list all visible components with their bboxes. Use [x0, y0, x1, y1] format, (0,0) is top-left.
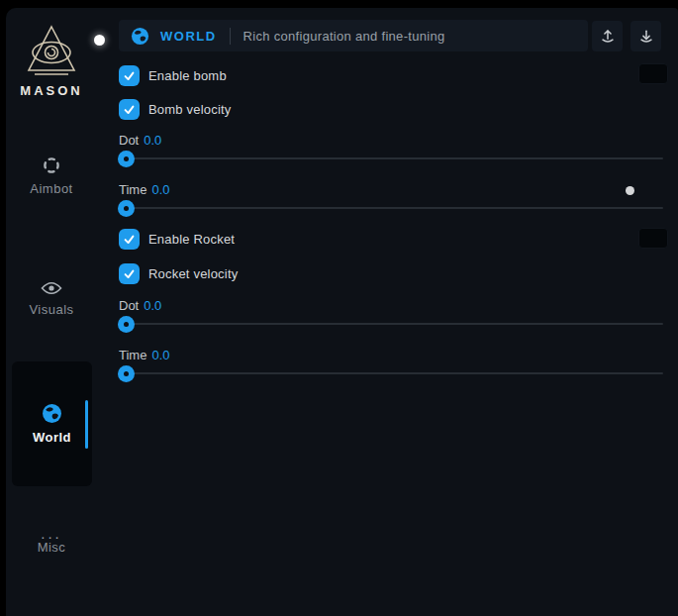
stray-dot [626, 186, 634, 195]
checkbox-label: Enable bomb [148, 68, 227, 83]
slider-label: Dot0.0 [119, 298, 161, 313]
checkbox-row: Enable bomb [119, 65, 227, 86]
cursor-dot [94, 35, 105, 46]
slider-label: Time0.0 [119, 182, 169, 197]
globe-icon [131, 27, 149, 46]
download-config-button[interactable] [630, 21, 661, 51]
screen: MASON Aimbot Visuals [0, 0, 678, 616]
sidebar: MASON Aimbot Visuals [6, 8, 119, 616]
time-slider-track[interactable] [119, 207, 663, 209]
page-header: WORLD Rich configuration and fine-tuning [119, 20, 588, 51]
crosshair-icon [42, 155, 61, 175]
eye-icon [41, 280, 62, 296]
time-slider-track[interactable] [119, 372, 663, 374]
globe-icon [42, 403, 62, 424]
app-logo [26, 24, 77, 79]
checkbox-label: Rocket velocity [148, 266, 238, 281]
time-slider-thumb[interactable] [118, 365, 135, 382]
slider-value: 0.0 [151, 348, 169, 362]
app-window: MASON Aimbot Visuals [6, 8, 678, 616]
check-icon [123, 233, 136, 246]
download-icon [637, 28, 655, 46]
time-slider-thumb[interactable] [118, 200, 135, 217]
slider-value: 0.0 [144, 298, 161, 313]
dot-slider-track[interactable] [119, 157, 663, 159]
page-subtitle: Rich configuration and fine-tuning [243, 29, 445, 44]
sidebar-item-misc[interactable]: ... Misc [10, 528, 93, 555]
sidebar-item-label: World [12, 430, 92, 445]
enable-bomb-checkbox[interactable] [119, 65, 140, 86]
dot-slider-thumb[interactable] [118, 316, 135, 333]
checkbox-row: Bomb velocity [119, 99, 232, 120]
checkbox-row: Rocket velocity [119, 263, 238, 284]
sidebar-item-label: Misc [10, 540, 93, 555]
app-title: MASON [8, 83, 95, 98]
sidebar-item-visuals[interactable]: Visuals [10, 280, 93, 317]
active-tab-indicator [85, 400, 88, 449]
slider-label: Time0.0 [119, 348, 169, 362]
upload-config-button[interactable] [592, 21, 623, 51]
upload-icon [599, 28, 617, 46]
checkbox-label: Enable Rocket [148, 232, 235, 247]
rocket-velocity-checkbox[interactable] [119, 263, 140, 284]
sidebar-item-world[interactable]: World [12, 361, 92, 486]
header-divider [230, 28, 231, 45]
sidebar-item-label: Visuals [10, 302, 93, 317]
rocket-color-swatch[interactable] [638, 228, 668, 249]
checkbox-label: Bomb velocity [148, 102, 232, 117]
slider-value: 0.0 [151, 182, 169, 197]
ellipsis-icon: ... [10, 528, 93, 540]
enable-rocket-checkbox[interactable] [119, 229, 140, 250]
bomb-color-swatch[interactable] [638, 63, 668, 84]
page-title: WORLD [160, 29, 217, 44]
dot-slider-track[interactable] [119, 323, 663, 325]
check-icon [123, 69, 136, 82]
check-icon [123, 103, 136, 116]
checkbox-row: Enable Rocket [119, 229, 235, 250]
slider-value: 0.0 [144, 133, 161, 148]
check-icon [123, 267, 136, 280]
masonic-eye-icon [26, 24, 77, 79]
dot-slider-thumb[interactable] [118, 151, 135, 167]
slider-label: Dot0.0 [119, 133, 161, 148]
sidebar-item-label: Aimbot [10, 181, 93, 196]
sidebar-item-aimbot[interactable]: Aimbot [10, 155, 93, 196]
bomb-velocity-checkbox[interactable] [119, 99, 140, 120]
